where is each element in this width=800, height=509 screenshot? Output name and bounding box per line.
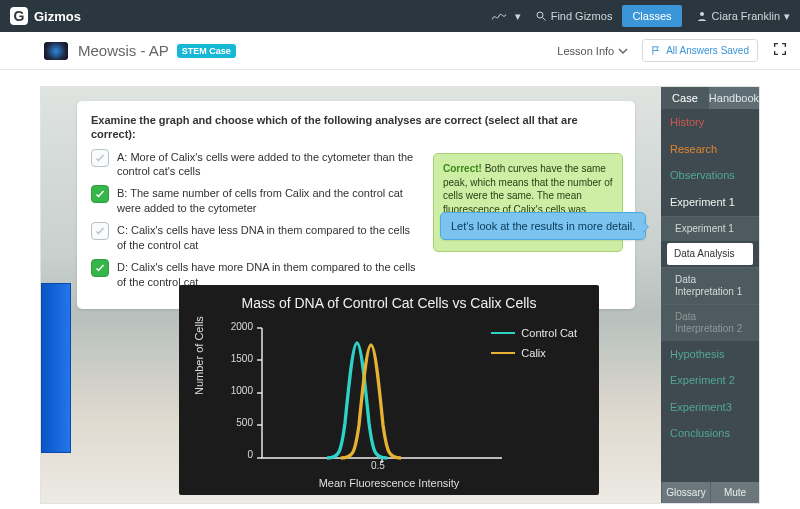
dna-mass-chart: Mass of DNA of Control Cat Cells vs Cali… — [179, 285, 599, 495]
find-gizmos-link[interactable]: Find Gizmos — [535, 10, 613, 22]
chart-plot-area — [257, 323, 507, 463]
option-b[interactable]: B: The same number of cells from Calix a… — [91, 185, 421, 216]
nav-research[interactable]: Research — [661, 136, 759, 163]
nav-experiment-2[interactable]: Experiment 2 — [661, 367, 759, 394]
checkbox-correct[interactable] — [91, 185, 109, 203]
user-menu[interactable]: Ciara Franklin▾ — [696, 10, 790, 23]
brand-logo: G — [10, 7, 28, 25]
nav-exp1-sub1[interactable]: Experiment 1 — [661, 216, 759, 241]
lesson-title: Meowsis - AP — [78, 42, 169, 59]
svg-point-2 — [700, 12, 704, 16]
ytick: 1500 — [225, 353, 253, 364]
svg-line-1 — [542, 18, 545, 21]
question-card: Examine the graph and choose which of th… — [77, 101, 635, 309]
classes-button[interactable]: Classes — [622, 5, 681, 27]
mute-button[interactable]: Mute — [710, 482, 759, 503]
hint-bubble: Let's look at the results in more detail… — [440, 212, 646, 240]
ytick: 500 — [225, 417, 253, 428]
option-c[interactable]: C: Calix's cells have less DNA in them c… — [91, 222, 421, 253]
answers-saved-button[interactable]: All Answers Saved — [642, 39, 758, 62]
option-text: A: More of Calix's cells were added to t… — [117, 149, 421, 180]
app-topbar: G Gizmos ▾ Find Gizmos Classes Ciara Fra… — [0, 0, 800, 32]
tab-handbook[interactable]: Handbook — [709, 87, 759, 109]
svg-point-0 — [537, 12, 543, 18]
option-a[interactable]: A: More of Calix's cells were added to t… — [91, 149, 421, 180]
option-text: B: The same number of cells from Calix a… — [117, 185, 421, 216]
chart-xlabel: Mean Fluorescence Intensity — [179, 477, 599, 489]
chevron-down-icon — [618, 47, 628, 55]
fullscreen-button[interactable] — [772, 41, 788, 60]
nav-experiment-3[interactable]: Experiment3 — [661, 394, 759, 421]
nav-hypothesis[interactable]: Hypothesis — [661, 341, 759, 368]
checkbox-correct[interactable] — [91, 259, 109, 277]
ytick: 0 — [225, 449, 253, 460]
ytick: 2000 — [225, 321, 253, 332]
nav-exp1-interp1[interactable]: Data Interpretation 1 — [661, 267, 759, 304]
nav-exp1-data-analysis[interactable]: Data Analysis — [667, 243, 753, 265]
handwriting-icon[interactable]: ▾ — [491, 9, 521, 23]
ytick: 1000 — [225, 385, 253, 396]
glossary-button[interactable]: Glossary — [661, 482, 710, 503]
checkbox-unchecked[interactable] — [91, 222, 109, 240]
chart-title: Mass of DNA of Control Cat Cells vs Cali… — [179, 285, 599, 317]
checkbox-unchecked[interactable] — [91, 149, 109, 167]
nav-conclusions[interactable]: Conclusions — [661, 420, 759, 447]
brand-name: Gizmos — [34, 9, 81, 24]
user-icon — [696, 10, 708, 22]
lesson-info-dropdown[interactable]: Lesson Info — [557, 45, 628, 57]
nav-exp1-interp2[interactable]: Data Interpretation 2 — [661, 304, 759, 341]
search-icon — [535, 10, 547, 22]
lesson-thumbnail — [44, 42, 68, 60]
nav-observations[interactable]: Observations — [661, 162, 759, 189]
flag-icon — [651, 45, 662, 56]
feedback-title: Correct! — [443, 163, 482, 174]
chart-ylabel: Number of Cells — [193, 316, 205, 395]
stem-case-tag: STEM Case — [177, 44, 236, 58]
question-prompt: Examine the graph and choose which of th… — [91, 113, 621, 142]
expand-icon — [772, 41, 788, 57]
tab-case[interactable]: Case — [661, 87, 709, 109]
cytometer-prop — [41, 283, 71, 453]
nav-experiment-1[interactable]: Experiment 1 — [661, 189, 759, 216]
option-text: C: Calix's cells have less DNA in them c… — [117, 222, 421, 253]
case-nav-panel: Case Handbook History Research Observati… — [661, 87, 759, 503]
lesson-subheader: Meowsis - AP STEM Case Lesson Info All A… — [0, 32, 800, 70]
simulation-stage: Examine the graph and choose which of th… — [40, 86, 760, 504]
nav-history[interactable]: History — [661, 109, 759, 136]
